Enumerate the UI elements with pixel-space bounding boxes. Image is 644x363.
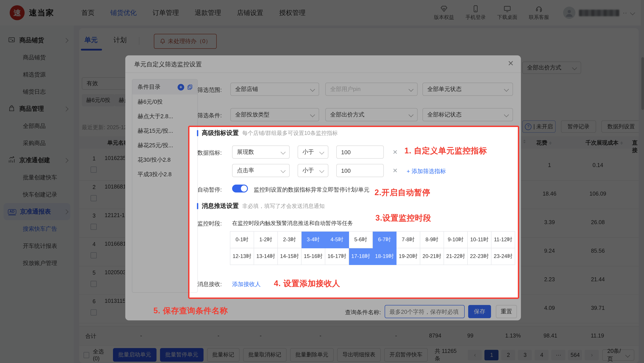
time-slot-8-9时[interactable]: 8-9时	[420, 232, 444, 248]
threshold-input-2[interactable]	[336, 164, 384, 177]
time-slot-19-20时[interactable]: 19-20时	[396, 248, 420, 265]
time-slot-5-6时[interactable]: 5-6时	[349, 232, 373, 248]
time-slot-12-13时[interactable]: 12-13时	[230, 248, 254, 265]
time-slot-4-5时[interactable]: 4-5时	[325, 232, 349, 248]
auto-pause-desc: 监控到设置的数据指标异常立即暂停计划/单元	[254, 186, 370, 194]
condition-catalog-title: 条件目录	[138, 83, 160, 91]
time-slot-6-7时[interactable]: 6-7时	[373, 232, 396, 248]
condition-type-select[interactable]: 全部投放类型	[230, 108, 319, 121]
time-slot-1-2时[interactable]: 1-2时	[254, 232, 278, 248]
close-icon[interactable]: ✕	[508, 60, 514, 67]
push-subtitle: 非必填，填写了才会发送消息通知	[242, 202, 325, 210]
remove-metric-icon[interactable]: ✕	[392, 148, 398, 156]
chevron-down-icon	[408, 87, 414, 92]
query-name-input[interactable]	[385, 305, 465, 318]
scope-unit-status-select[interactable]: 全部单元状态	[422, 82, 513, 96]
chevron-down-icon	[408, 112, 414, 117]
time-slot-15-16时[interactable]: 15-16时	[302, 248, 325, 265]
reset-button[interactable]: 重置	[496, 305, 517, 318]
scope-pin-select[interactable]: 全部用户pin	[325, 82, 418, 96]
time-slot-9-10时[interactable]: 9-10时	[444, 232, 468, 248]
condition-item-平成3投小2.8[interactable]: 平成3投小2.8	[132, 167, 198, 182]
chevron-down-icon	[281, 168, 286, 173]
receiver-label: 消息接收:	[198, 280, 222, 288]
modal-title: 单元自定义筛选监控设置	[134, 61, 202, 68]
push-section-header: 消息推送设置 非必填，填写了才会发送消息通知	[197, 202, 325, 210]
query-name-label: 查询条件名称:	[345, 308, 381, 316]
scope-pin-placeholder: 全部用户pin	[330, 85, 361, 93]
scope-shop-value: 全部店铺	[235, 85, 258, 93]
metric-2-value: 点击率	[237, 166, 254, 174]
chevron-down-icon	[319, 150, 324, 155]
time-slot-2-3时[interactable]: 2-3时	[278, 232, 302, 248]
remove-metric-icon[interactable]: ✕	[392, 167, 398, 174]
add-metric-link[interactable]: + 添加筛选指标	[406, 168, 446, 175]
add-condition-icon[interactable]: +	[178, 84, 184, 90]
monitor-period-label: 监控时段:	[198, 220, 222, 228]
time-slot-23-24时[interactable]: 23-24时	[492, 248, 515, 265]
time-slot-21-22时[interactable]: 21-22时	[444, 248, 468, 265]
time-slot-10-11时[interactable]: 10-11时	[468, 232, 492, 248]
time-slot-0-1时[interactable]: 0-1时	[230, 232, 254, 248]
time-slot-20-21时[interactable]: 20-21时	[420, 248, 444, 265]
condition-item-赫点大于2.8...[interactable]: 赫点大于2.8...	[132, 109, 198, 124]
operator-select-2[interactable]: 小于	[298, 164, 328, 177]
threshold-input-1[interactable]	[336, 146, 384, 159]
chevron-down-icon	[281, 150, 286, 155]
chevron-down-icon	[504, 112, 509, 117]
chevron-down-icon	[310, 112, 315, 117]
scope-shop-select[interactable]: 全部店铺	[230, 82, 319, 96]
add-receiver-link[interactable]: 添加接收人	[232, 280, 261, 288]
metric-label: 数据指标:	[198, 149, 222, 157]
time-slot-13-14时[interactable]: 13-14时	[254, 248, 278, 265]
operator-1-value: 小于	[302, 148, 314, 156]
condition-bid-select[interactable]: 全部出价方式	[325, 108, 418, 121]
time-slot-grid: 0-1时1-2时2-3时3-4时4-5时5-6时6-7时7-8时8-9时9-10…	[230, 231, 515, 265]
copy-icon[interactable]	[187, 84, 193, 90]
scope-label: 筛选范围:	[198, 86, 222, 94]
chevron-down-icon	[319, 168, 324, 173]
condition-list: 赫6元/0投赫点大于2.8...赫花15元/投...赫花25元/投...花30/…	[132, 94, 198, 182]
condition-item-赫花15元/投...[interactable]: 赫花15元/投...	[132, 124, 198, 138]
auto-pause-label: 自动暂停:	[198, 186, 222, 194]
condition-mark-select[interactable]: 全部标记状态	[422, 108, 513, 121]
condition-catalog-header: 条件目录 +	[132, 80, 198, 94]
advanced-subtitle: 每个店铺/群组最多可设置10条监控指标	[242, 130, 338, 137]
chevron-down-icon	[310, 87, 315, 92]
time-slot-22-23时[interactable]: 22-23时	[468, 248, 492, 265]
time-slot-17-18时[interactable]: 17-18时	[349, 248, 373, 265]
save-button[interactable]: 保存	[468, 305, 491, 318]
time-slot-16-17时[interactable]: 16-17时	[325, 248, 349, 265]
modal-header: 单元自定义筛选监控设置 ✕	[125, 55, 521, 73]
metric-select-1[interactable]: 展现数	[232, 146, 290, 159]
app-root: 速 速当家 首页铺货优化订单管理退款管理店铺设置授权管理 版本权益手机登录下载桌…	[0, 0, 644, 363]
metric-1-value: 展现数	[237, 148, 254, 156]
time-slot-3-4时[interactable]: 3-4时	[302, 232, 325, 248]
time-slot-7-8时[interactable]: 7-8时	[396, 232, 420, 248]
condition-item-赫6元/0投[interactable]: 赫6元/0投	[132, 94, 198, 109]
scope-unit-status-value: 全部单元状态	[427, 85, 462, 93]
section-bar	[197, 130, 198, 136]
time-slot-14-15时[interactable]: 14-15时	[278, 248, 302, 265]
operator-2-value: 小于	[302, 166, 314, 174]
condition-type-value: 全部投放类型	[235, 111, 270, 119]
section-bar	[197, 203, 198, 209]
metric-select-2[interactable]: 点击率	[232, 164, 290, 177]
auto-pause-toggle[interactable]	[232, 184, 248, 192]
condition-item-赫花25元/投...[interactable]: 赫花25元/投...	[132, 138, 198, 152]
chevron-down-icon	[504, 87, 509, 92]
condition-label: 筛选条件:	[198, 112, 222, 120]
time-slot-11-12时[interactable]: 11-12时	[492, 232, 515, 248]
advanced-title: 高级指标设置	[202, 129, 239, 137]
condition-item-花30/投小2.8[interactable]: 花30/投小2.8	[132, 152, 198, 167]
condition-bid-value: 全部出价方式	[330, 111, 364, 119]
monitor-settings-modal: 单元自定义筛选监控设置 ✕ 条件目录 + 赫6元/0投赫点大于2.8...赫花1…	[125, 55, 521, 320]
time-slot-18-19时[interactable]: 18-19时	[373, 248, 396, 265]
advanced-section-header: 高级指标设置 每个店铺/群组最多可设置10条监控指标	[197, 129, 338, 137]
operator-select-1[interactable]: 小于	[298, 146, 328, 159]
push-title: 消息推送设置	[202, 202, 239, 210]
condition-catalog-panel: 条件目录 + 赫6元/0投赫点大于2.8...赫花15元/投...赫花25元/投…	[132, 79, 198, 293]
monitor-period-desc: 在监控时段内触发预警消息推送和自动暂停等任务	[232, 220, 353, 227]
condition-mark-value: 全部标记状态	[427, 111, 462, 119]
